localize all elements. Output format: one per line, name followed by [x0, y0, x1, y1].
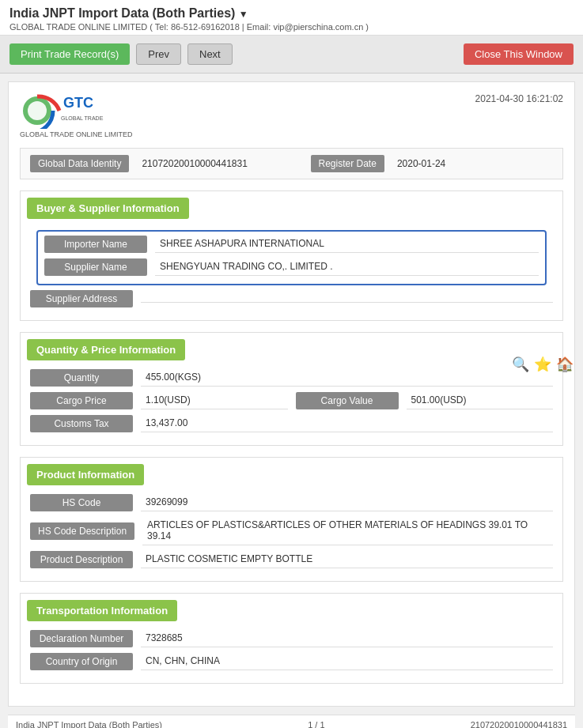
- identity-row: Global Data Identity 2107202001000044183…: [20, 148, 563, 179]
- supplier-value: SHENGYUAN TRADING CO,. LIMITED .: [155, 258, 539, 276]
- global-data-identity-label: Global Data Identity: [30, 155, 129, 172]
- footer-left: India JNPT Import Data (Both Parties): [16, 720, 162, 728]
- logo-container: GTC GLOBAL TRADE GLOBAL TRADE ONLINE LIM…: [20, 93, 133, 138]
- main-content: GTC GLOBAL TRADE GLOBAL TRADE ONLINE LIM…: [8, 81, 575, 707]
- transportation-section: Transportation Information Declaration N…: [20, 593, 563, 684]
- quantity-price-body: Quantity 455.00(KGS) Cargo Price 1.10(US…: [21, 365, 562, 445]
- quantity-row: Quantity 455.00(KGS): [30, 368, 553, 387]
- hs-desc-value: ARTICLES OF PLASTICS&ARTICLES OF OTHER M…: [142, 516, 553, 545]
- importer-value: SHREE ASHAPURA INTERNATIONAL: [155, 235, 539, 253]
- customs-tax-value: 13,437.00: [141, 414, 553, 432]
- declaration-value: 7328685: [141, 629, 553, 647]
- cargo-price-label: Cargo Price: [30, 392, 133, 409]
- header-subtitle: GLOBAL TRADE ONLINE LIMITED ( Tel: 86-51…: [9, 22, 574, 32]
- timestamp: 2021-04-30 16:21:02: [475, 93, 563, 104]
- print-button[interactable]: Print Trade Record(s): [9, 43, 130, 65]
- register-date-value: 2020-01-24: [397, 158, 553, 169]
- header: India JNPT Import Data (Both Parties) ▼ …: [0, 0, 583, 36]
- page-title: India JNPT Import Data (Both Parties) ▼: [9, 6, 574, 21]
- dropdown-icon[interactable]: ▼: [239, 9, 248, 20]
- company-name-label: GLOBAL TRADE ONLINE LIMITED: [20, 130, 133, 138]
- supplier-address-label: Supplier Address: [30, 290, 133, 307]
- svg-point-1: [28, 101, 47, 120]
- customs-tax-label: Customs Tax: [30, 415, 133, 432]
- importer-row: Importer Name SHREE ASHAPURA INTERNATION…: [44, 235, 539, 253]
- quantity-price-section: Quantity & Price Information Quantity 45…: [20, 332, 563, 446]
- buyer-supplier-body: Importer Name SHREE ASHAPURA INTERNATION…: [21, 224, 562, 320]
- product-desc-value: PLASTIC COSMETIC EMPTY BOTTLE: [141, 550, 553, 568]
- buyer-supplier-outlined: Importer Name SHREE ASHAPURA INTERNATION…: [36, 230, 547, 285]
- close-window-button[interactable]: Close This Window: [464, 43, 574, 65]
- quantity-price-section-title: Quantity & Price Information: [27, 339, 185, 360]
- transportation-section-title: Transportation Information: [27, 600, 177, 621]
- home-icon[interactable]: 🏠: [556, 356, 574, 373]
- buyer-supplier-section: Buyer & Supplier Information 🔍 ⭐ 🏠 Impor…: [20, 190, 563, 321]
- supplier-address-row: Supplier Address: [30, 290, 553, 307]
- star-icon[interactable]: ⭐: [534, 356, 551, 373]
- hs-code-label: HS Code: [30, 494, 133, 511]
- toolbar: Print Trade Record(s) Prev Next Close Th…: [0, 36, 583, 74]
- hs-desc-row: HS Code Description ARTICLES OF PLASTICS…: [30, 516, 553, 545]
- hs-code-value: 39269099: [141, 493, 553, 511]
- global-data-identity-value: 21072020010000441831: [142, 158, 297, 169]
- page-footer: India JNPT Import Data (Both Parties) 1 …: [8, 715, 575, 728]
- country-label: Country of Origin: [30, 653, 133, 670]
- search-icon[interactable]: 🔍: [512, 356, 529, 373]
- declaration-row: Declaration Number 7328685: [30, 629, 553, 647]
- footer-center: 1 / 1: [308, 720, 324, 728]
- product-desc-row: Product Description PLASTIC COSMETIC EMP…: [30, 550, 553, 568]
- cargo-price-row: Cargo Price 1.10(USD) Cargo Value 501.00…: [30, 391, 553, 409]
- product-desc-label: Product Description: [30, 551, 133, 568]
- supplier-row: Supplier Name SHENGYUAN TRADING CO,. LIM…: [44, 258, 539, 276]
- footer-right: 21072020010000441831: [471, 720, 567, 728]
- buyer-action-icons: 🔍 ⭐ 🏠: [512, 356, 574, 373]
- top-info: GTC GLOBAL TRADE GLOBAL TRADE ONLINE LIM…: [20, 93, 563, 138]
- supplier-address-value: [141, 296, 553, 303]
- prev-button[interactable]: Prev: [136, 43, 181, 65]
- country-row: Country of Origin CN, CHN, CHINA: [30, 652, 553, 670]
- declaration-label: Declaration Number: [30, 630, 133, 647]
- cargo-value-label: Cargo Value: [296, 392, 399, 409]
- quantity-label: Quantity: [30, 369, 133, 387]
- svg-text:GLOBAL TRADE: GLOBAL TRADE: [61, 115, 104, 121]
- transportation-body: Declaration Number 7328685 Country of Or…: [21, 626, 562, 683]
- company-logo: GTC GLOBAL TRADE: [20, 93, 107, 129]
- country-value: CN, CHN, CHINA: [141, 652, 553, 670]
- buyer-supplier-section-title: Buyer & Supplier Information: [27, 198, 189, 219]
- hs-desc-label: HS Code Description: [30, 522, 134, 540]
- next-button[interactable]: Next: [187, 43, 233, 65]
- cargo-value-value: 501.00(USD): [407, 391, 554, 409]
- hs-code-row: HS Code 39269099: [30, 493, 553, 511]
- supplier-label: Supplier Name: [44, 258, 147, 276]
- cargo-price-value: 1.10(USD): [141, 391, 288, 409]
- customs-tax-row: Customs Tax 13,437.00: [30, 414, 553, 432]
- product-section-title: Product Information: [27, 464, 144, 485]
- importer-label: Importer Name: [44, 236, 147, 253]
- quantity-value: 455.00(KGS): [141, 368, 553, 387]
- register-date-label: Register Date: [311, 155, 384, 172]
- svg-text:GTC: GTC: [63, 95, 93, 111]
- product-section: Product Information HS Code 39269099 HS …: [20, 457, 563, 582]
- product-body: HS Code 39269099 HS Code Description ART…: [21, 490, 562, 581]
